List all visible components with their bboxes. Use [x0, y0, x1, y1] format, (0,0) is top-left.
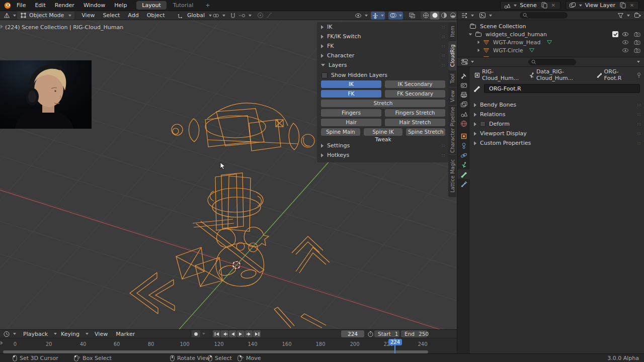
blender-logo-icon[interactable]: [3, 2, 12, 10]
layer-button-spine-main[interactable]: Spine Main: [321, 128, 360, 136]
scene-selector[interactable]: Scene ✕: [500, 1, 560, 10]
snap-with-icon[interactable]: [237, 12, 247, 20]
drag-dots-icon[interactable]: ∷: [442, 34, 445, 39]
mode-dropdown[interactable]: Object Mode: [17, 12, 74, 20]
panel-fk[interactable]: FK∷: [317, 41, 449, 51]
panel-fkik-switch[interactable]: FK/IK Switch∷: [317, 32, 449, 41]
sidebar-tab-item[interactable]: Item: [448, 22, 456, 41]
layer-button-hair[interactable]: Hair: [321, 119, 381, 126]
layer-button-fk[interactable]: FK: [321, 90, 381, 98]
panel-ik[interactable]: IK∷: [317, 22, 449, 32]
shading-rendered-icon[interactable]: [448, 12, 457, 20]
proportional-editing-icon[interactable]: [256, 12, 265, 20]
outliner-row-wgt-arrow-head[interactable]: WGT-Arrow_Head: [457, 38, 644, 46]
menu-view[interactable]: View: [91, 331, 112, 337]
copy-icon[interactable]: [540, 2, 549, 10]
layer-button-stretch[interactable]: Stretch: [321, 100, 445, 107]
shading-material-icon[interactable]: [439, 12, 448, 20]
disable-render-camera-icon[interactable]: [632, 38, 641, 46]
breadcrumb-data[interactable]: Data_RIG-Cloud_Hum...: [536, 68, 591, 81]
exclude-checkbox[interactable]: [612, 31, 618, 37]
stopwatch-icon[interactable]: [366, 330, 375, 338]
tab-object[interactable]: [457, 131, 470, 141]
menu-window[interactable]: Window: [79, 2, 110, 9]
panel-character[interactable]: Character∷: [317, 51, 449, 60]
tab-object-data-armature[interactable]: [457, 160, 470, 169]
editor-type-timeline-icon[interactable]: [2, 330, 11, 338]
hide-eye-icon[interactable]: [621, 46, 630, 54]
disclosure-open-icon[interactable]: [469, 33, 472, 35]
sidebar-tab-view[interactable]: View: [448, 87, 456, 105]
layer-button-spine-ik-tweak[interactable]: Spine IK Tweak: [364, 128, 403, 136]
previous-keyframe-button[interactable]: [221, 330, 228, 337]
proportional-falloff-icon[interactable]: [265, 12, 274, 20]
menu-help[interactable]: Help: [110, 2, 131, 9]
outliner-filter-type-icon[interactable]: [478, 12, 487, 20]
menu-marker[interactable]: Marker: [112, 331, 139, 337]
close-icon[interactable]: ✕: [549, 2, 558, 10]
disclosure-closed-icon[interactable]: [478, 49, 480, 52]
show-object-types-icon[interactable]: [354, 12, 363, 20]
transform-orientation[interactable]: Global: [176, 12, 212, 20]
tab-scene[interactable]: [457, 109, 470, 119]
menu-edit[interactable]: Edit: [30, 2, 50, 9]
menu-object[interactable]: Object: [143, 12, 169, 19]
breadcrumb-bone[interactable]: ORG-Foot.R: [604, 68, 631, 81]
layer-button-hair-stretch[interactable]: Hair Stretch: [385, 119, 445, 126]
sidebar-tab-tool[interactable]: Tool: [448, 70, 456, 87]
bone-name-field[interactable]: ORG-Foot.R: [484, 84, 640, 93]
jump-to-start-button[interactable]: [213, 330, 220, 337]
disable-render-camera-icon[interactable]: [632, 30, 641, 38]
next-keyframe-button[interactable]: [245, 330, 253, 337]
tab-tool[interactable]: [457, 71, 470, 80]
disable-render-camera-icon[interactable]: [632, 46, 641, 54]
drag-dots-icon[interactable]: ∷: [442, 25, 445, 30]
menu-view[interactable]: View: [77, 12, 99, 19]
auto-keying-record-button[interactable]: [192, 330, 200, 337]
panel-custom-properties[interactable]: Custom Properties∷: [470, 138, 644, 148]
panel-bendy-bones[interactable]: Bendy Bones∷: [470, 100, 644, 110]
close-icon[interactable]: ✕: [627, 2, 636, 10]
playhead-frame-badge[interactable]: 224: [388, 339, 402, 345]
breadcrumb-object[interactable]: RIG-Cloud_Hum...: [482, 68, 523, 81]
panel-viewport-display[interactable]: Viewport Display∷: [470, 129, 644, 138]
tab-constraints[interactable]: [457, 141, 470, 150]
sidebar-tab-lattice-magic[interactable]: Lattice Magic: [448, 155, 456, 197]
outliner-row-widgets-collection[interactable]: widgets_cloud_human: [457, 30, 644, 38]
layer-button-fingers[interactable]: Fingers: [321, 109, 381, 117]
tab-output[interactable]: [457, 90, 470, 100]
pin-icon[interactable]: [636, 72, 641, 78]
timeline-region-arrow[interactable]: [1, 340, 3, 346]
disclosure-closed-icon[interactable]: [478, 41, 480, 44]
frame-start-field[interactable]: Start1: [374, 330, 399, 337]
layer-button-fingers-stretch[interactable]: Fingers Stretch: [385, 109, 445, 117]
properties-search-input[interactable]: [528, 59, 576, 65]
deform-checkbox[interactable]: [480, 121, 486, 127]
workspace-tab-tutorial[interactable]: Tutorial: [168, 1, 199, 10]
add-workspace-button[interactable]: +: [200, 1, 215, 10]
play-reverse-button[interactable]: [229, 330, 236, 337]
jump-to-end-button[interactable]: [253, 330, 261, 337]
new-collection-icon[interactable]: [633, 12, 642, 20]
play-button[interactable]: [237, 330, 245, 337]
panel-layers[interactable]: Layers∷: [317, 60, 449, 70]
outliner-row-scene-collection[interactable]: Scene Collection: [457, 22, 644, 30]
overlays-toggle[interactable]: [388, 12, 403, 20]
sidebar-tab-character-pipeline[interactable]: Character Pipeline: [448, 106, 456, 154]
hide-eye-icon[interactable]: [621, 38, 630, 46]
layer-button-ik[interactable]: IK: [321, 80, 381, 88]
editor-type-properties-icon[interactable]: [460, 58, 469, 66]
xray-toggle-icon[interactable]: [408, 12, 417, 20]
view-layer-selector[interactable]: View Layer ✕: [566, 1, 639, 10]
tab-world[interactable]: [457, 119, 470, 128]
outliner-display-mode-icon[interactable]: [460, 12, 469, 20]
tab-render[interactable]: [457, 80, 470, 90]
gizmos-toggle[interactable]: [371, 12, 385, 20]
snap-magnet-icon[interactable]: [228, 12, 237, 20]
tab-bone-constraints[interactable]: [457, 179, 470, 189]
hide-eye-icon[interactable]: [621, 30, 630, 38]
menu-select[interactable]: Select: [99, 12, 124, 19]
viewport-3d[interactable]: (224) Scene Collection | RIG-Cloud_Human: [0, 20, 457, 329]
drag-dots-icon[interactable]: ∷: [442, 53, 445, 58]
shading-wireframe-icon[interactable]: [421, 12, 430, 20]
